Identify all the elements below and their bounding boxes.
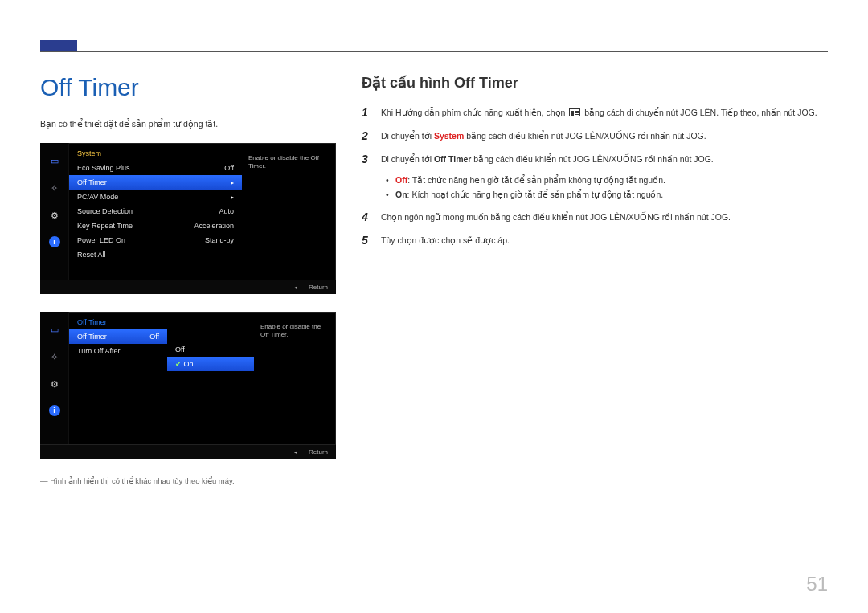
row-label: Turn Off After [77, 347, 121, 355]
osd-option-popup: Off ✔ On [167, 342, 254, 444]
bullet-off: Off: Tắt chức năng hẹn giờ tắt để sản ph… [386, 175, 828, 185]
osd-title: Off Timer [69, 318, 167, 329]
step-number: 3 [362, 153, 381, 166]
row-label: Power LED On [77, 236, 125, 244]
menu-turn-off-after[interactable]: Turn Off After [69, 344, 167, 358]
menu-source-detection[interactable]: Source DetectionAuto [69, 204, 242, 219]
row-label: Source Detection [77, 207, 133, 215]
row-value: Stand-by [205, 236, 234, 244]
option-label: Off [175, 345, 185, 353]
option-label: On [184, 360, 194, 368]
label-off: Off [395, 175, 407, 185]
row-value: Off [149, 333, 159, 341]
steps-list-cont: 4 Chọn ngôn ngữ mong muốn bằng cách điều… [362, 210, 828, 247]
return-label[interactable]: Return [309, 448, 328, 456]
step-number: 1 [362, 106, 381, 120]
step-body: Tùy chọn được chọn sẽ được áp. [381, 234, 510, 247]
osd-tooltip: Enable or disable the Off Timer. [254, 318, 336, 444]
text: bằng cách điều khiển nút JOG LÊN/XUỐNG r… [464, 131, 706, 141]
menu-reset-all[interactable]: Reset All [69, 247, 242, 262]
osd-off-timer-menu: ▭ ✧ ⚙ i Off Timer Off TimerOff Turn Off … [40, 312, 336, 459]
chevron-right-icon: ▸ [231, 194, 234, 201]
intro-text: Bạn có thể thiết đặt để sản phẩm tự động… [40, 119, 346, 129]
gear-icon: ⚙ [48, 209, 61, 222]
osd-menu-list: System Eco Saving PlusOff Off Timer▸ PC/… [69, 149, 242, 280]
row-value: Acceleration [194, 222, 234, 230]
check-icon: ✔ [175, 360, 184, 368]
step-body: Di chuyển tới Off Timer bằng cách điều k… [381, 153, 714, 166]
keyword-system: System [434, 131, 464, 141]
target-icon: ✧ [48, 350, 61, 363]
text: : Kích hoạt chức năng hẹn giờ tắt để sản… [407, 190, 664, 199]
picture-icon: ▭ [48, 154, 61, 167]
menu-key-repeat-time[interactable]: Key Repeat TimeAcceleration [69, 219, 242, 233]
keyword-off-timer: Off Timer [434, 154, 471, 164]
step-body: Chọn ngôn ngữ mong muốn bằng cách điều k… [381, 210, 731, 224]
text: bằng cách di chuyển nút JOG LÊN. Tiếp th… [584, 108, 817, 117]
chevron-right-icon: ▸ [231, 179, 234, 186]
gear-icon: ⚙ [48, 378, 61, 390]
page-container: Off Timer Bạn có thể thiết đặt để sản ph… [0, 0, 868, 613]
step-body: Khi Hướng dẫn phím chức năng xuất hiện, … [381, 106, 817, 120]
step-3: 3 Di chuyển tới Off Timer bằng cách điều… [362, 153, 828, 166]
osd-sidebar: ▭ ✧ ⚙ i [40, 143, 69, 280]
row-value: Off [224, 164, 234, 172]
menu-off-timer[interactable]: Off TimerOff [69, 329, 167, 344]
page-number: 51 [806, 573, 828, 595]
text: : Tắt chức năng hẹn giờ tắt để sản phẩm … [407, 175, 665, 185]
osd-footer: ◂ Return [40, 444, 336, 459]
option-off[interactable]: Off [167, 342, 254, 357]
row-label: Key Repeat Time [77, 222, 133, 230]
osd-system-menu: ▭ ✧ ⚙ i System Eco Saving PlusOff Off Ti… [40, 143, 336, 294]
header-rule [40, 51, 828, 52]
step-5: 5 Tùy chọn được chọn sẽ được áp. [362, 234, 828, 247]
right-column: Đặt cấu hình Off Timer 1 Khi Hướng dẫn p… [346, 74, 828, 485]
osd-footer: ◂ Return [40, 280, 336, 294]
footnote: ― Hình ảnh hiển thị có thể khác nhau tùy… [40, 476, 346, 485]
text: bằng cách điều khiển nút JOG LÊN/XUỐNG r… [471, 154, 713, 164]
step-number: 5 [362, 234, 381, 247]
header-accent [40, 40, 77, 51]
label-on: On [395, 190, 407, 199]
osd-sidebar: ▭ ✧ ⚙ i [40, 312, 69, 444]
return-label[interactable]: Return [309, 284, 328, 291]
row-value: Auto [219, 207, 234, 215]
row-label: Off Timer [77, 333, 107, 341]
osd-tooltip: Enable or disable the Off Timer. [242, 149, 336, 280]
target-icon: ✧ [48, 182, 61, 194]
step-body: Di chuyển tới System bằng cách điều khiể… [381, 129, 706, 143]
back-icon: ◂ [294, 284, 297, 291]
row-label: Reset All [77, 251, 106, 259]
row-label: Eco Saving Plus [77, 164, 130, 172]
bullet-on: On: Kích hoạt chức năng hẹn giờ tắt để s… [386, 190, 828, 199]
text: Khi Hướng dẫn phím chức năng xuất hiện, … [381, 108, 567, 117]
section-heading: Đặt cấu hình Off Timer [362, 74, 828, 92]
row-label: Off Timer [77, 178, 107, 186]
step-2: 2 Di chuyển tới System bằng cách điều kh… [362, 129, 828, 143]
bullet-list: Off: Tắt chức năng hẹn giờ tắt để sản ph… [386, 175, 828, 199]
step-number: 4 [362, 210, 381, 224]
info-icon: i [49, 405, 60, 416]
steps-list: 1 Khi Hướng dẫn phím chức năng xuất hiện… [362, 106, 828, 166]
left-column: Off Timer Bạn có thể thiết đặt để sản ph… [40, 74, 346, 485]
row-label: PC/AV Mode [77, 193, 118, 201]
osd-menu-list: Off Timer Off TimerOff Turn Off After [69, 318, 167, 444]
menu-eco-saving-plus[interactable]: Eco Saving PlusOff [69, 161, 242, 175]
back-icon: ◂ [294, 449, 297, 456]
menu-pc-av-mode[interactable]: PC/AV Mode▸ [69, 190, 242, 204]
step-1: 1 Khi Hướng dẫn phím chức năng xuất hiện… [362, 106, 828, 120]
option-on[interactable]: ✔ On [167, 357, 254, 371]
info-icon: i [49, 236, 60, 247]
step-number: 2 [362, 129, 381, 143]
picture-icon: ▭ [48, 323, 61, 336]
osd-title: System [69, 149, 242, 161]
text: Di chuyển tới [381, 131, 434, 141]
menu-icon [569, 108, 580, 116]
menu-off-timer[interactable]: Off Timer▸ [69, 175, 242, 190]
page-title: Off Timer [40, 74, 346, 101]
text: Di chuyển tới [381, 154, 434, 164]
step-4: 4 Chọn ngôn ngữ mong muốn bằng cách điều… [362, 210, 828, 224]
content: Off Timer Bạn có thể thiết đặt để sản ph… [40, 74, 828, 485]
menu-power-led-on[interactable]: Power LED OnStand-by [69, 233, 242, 247]
